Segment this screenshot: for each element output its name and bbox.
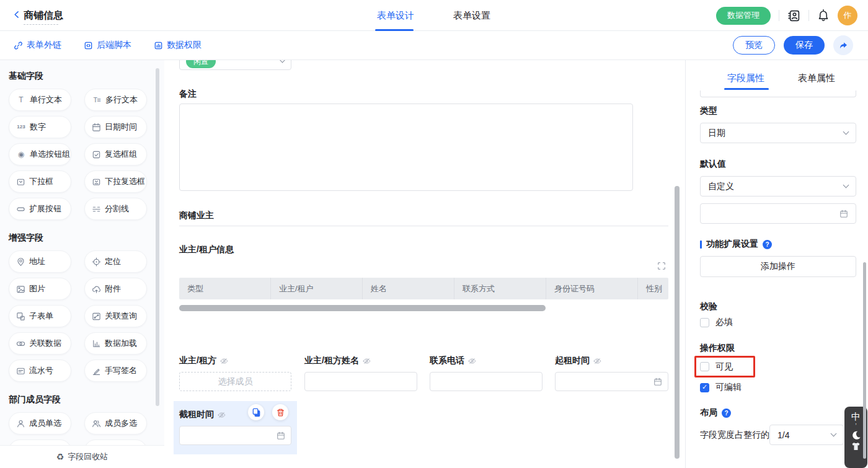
field-label: 截租时间 [179,409,214,420]
notification-bell-icon[interactable] [817,9,830,22]
form-toolbar: 表单外链 后端脚本 数据权限 预览 保存 [0,31,868,60]
default-date-input[interactable] [700,203,856,224]
sidebar-field-data-load[interactable]: 数据加载 [84,332,147,355]
field-recycle-bin[interactable]: ♻ 字段回收站 [0,445,164,468]
remark-textarea[interactable] [179,104,633,191]
visible-annotation-highlight: 可见 [694,356,755,377]
field-label: 数字 [30,121,46,133]
data-permission-link[interactable]: 数据权限 [154,40,202,51]
default-value-select[interactable]: 自定义 [700,176,856,196]
sidebar-field-radio-group[interactable]: ◉单选按钮组 [9,143,71,166]
sidebar-field-attachment[interactable]: 附件 [84,278,147,300]
sidebar-field-serial-number[interactable]: 流水号 [9,360,71,382]
tab-form-design[interactable]: 表单设计 [377,10,414,22]
editable-checkbox[interactable] [700,383,709,392]
field-label: 流水号 [29,365,53,376]
sidebar-field-extend-button[interactable]: 扩展按钮 [9,198,71,220]
trash-icon [276,408,285,417]
eye-off-icon [593,357,601,365]
expand-icon[interactable] [657,262,666,270]
field-label: 成员单选 [29,418,61,429]
help-icon[interactable] [722,408,731,418]
sidebar-field-location[interactable]: 定位 [84,250,147,273]
delete-field-button[interactable] [272,404,288,420]
sidebar-field-relation-query[interactable]: 关联查询 [84,305,147,327]
sidebar-field-subform[interactable]: 子表单 [9,305,71,327]
sidebar-field-number[interactable]: 123数字 [9,116,71,138]
script-icon [84,41,93,50]
copy-field-button[interactable] [248,404,264,420]
visible-checkbox[interactable] [700,362,709,371]
field-label: 日期时间 [105,121,137,133]
sidebar-field-checkbox-group[interactable]: 复选框组 [84,143,147,166]
default-value-label: 默认值 [700,159,726,170]
selected-field-block[interactable]: 截租时间 [174,401,297,454]
lease-end-date-input[interactable] [179,426,291,445]
panel-scrollbar[interactable] [863,262,866,459]
sidebar-field-member-single[interactable]: 成员单选 [9,412,71,435]
sidebar-scrollbar[interactable] [156,68,159,406]
ime-language-mode[interactable]: 中 [851,411,861,422]
section-accent-bar [700,241,702,249]
sidebar-field-relation-data[interactable]: 关联数据 [9,332,71,355]
data-permission-label: 数据权限 [167,40,202,51]
tab-field-properties[interactable]: 字段属性 [727,73,764,84]
moon-icon[interactable] [851,430,861,440]
field-label: 复选框组 [105,149,137,160]
preview-button[interactable]: 预览 [733,36,775,55]
sidebar-field-divider-line[interactable]: 分割线 [84,198,147,220]
calendar-icon [277,431,285,440]
required-checkbox[interactable] [700,318,709,327]
owner-name-input[interactable] [304,372,417,391]
type-select-value: 日期 [708,128,725,139]
sidebar-field-member-multi[interactable]: 成员多选 [84,412,147,435]
sidebar-field-image[interactable]: 图片 [9,278,71,300]
ime-punctuation[interactable]: ’ [855,423,856,429]
column-header: 联系方式 [454,278,546,299]
sidebar-field-handwritten-signature[interactable]: 手写签名 [84,360,147,382]
column-header: 业主/租户 [271,278,363,299]
data-manage-button[interactable]: 数据管理 [716,7,771,25]
section-title-enhanced-fields: 增强字段 [9,232,156,244]
share-button[interactable] [833,35,853,55]
shirt-icon[interactable] [851,441,861,451]
tab-form-settings[interactable]: 表单设置 [453,10,490,22]
field-width-select[interactable]: 1/4 [769,425,844,445]
back-icon[interactable] [12,10,22,19]
subform-horizontal-scrollbar[interactable] [179,305,546,311]
share-arrow-icon [838,40,848,50]
chevron-down-icon [843,182,849,188]
form-external-link[interactable]: 表单外链 [14,40,61,51]
field-label: 下拉框 [29,176,53,187]
panel-active-tab-underline [724,88,769,90]
status-select[interactable]: 闲置 [179,60,291,70]
editable-label: 可编辑 [715,382,742,393]
sidebar-field-multiline-text[interactable]: T≡多行文本 [84,89,147,111]
default-value-select-value: 自定义 [708,181,734,192]
field-name-input-partial[interactable] [700,91,856,97]
cloud-upload-icon [92,285,101,294]
sidebar-field-single-line-text[interactable]: T单行文本 [9,89,71,111]
canvas-vertical-scrollbar[interactable] [675,186,680,459]
member-picker-input[interactable]: 选择成员 [179,372,291,391]
map-pin-icon [16,257,25,267]
sidebar-field-datetime[interactable]: 日期时间 [84,116,147,138]
contacts-icon[interactable] [787,9,800,22]
radio-icon: ◉ [16,150,26,159]
eye-off-icon [220,357,228,365]
help-icon[interactable] [763,240,772,249]
add-action-button[interactable]: 添加操作 [700,256,856,277]
sidebar-field-address[interactable]: 地址 [9,250,71,273]
sidebar-field-dropdown-multi[interactable]: 下拉复选框 [84,170,147,193]
avatar[interactable]: 作 [838,6,857,25]
type-select[interactable]: 日期 [700,123,856,143]
sidebar-field-dropdown[interactable]: 下拉框 [9,170,71,193]
eye-off-icon [468,357,476,365]
divider [779,10,779,21]
tab-form-properties[interactable]: 表单属性 [798,73,835,84]
save-button[interactable]: 保存 [784,36,825,55]
field-label: 附件 [105,283,121,294]
backend-script-link[interactable]: 后端脚本 [84,40,131,51]
lease-start-date-input[interactable] [555,372,668,391]
phone-input[interactable] [430,372,542,391]
